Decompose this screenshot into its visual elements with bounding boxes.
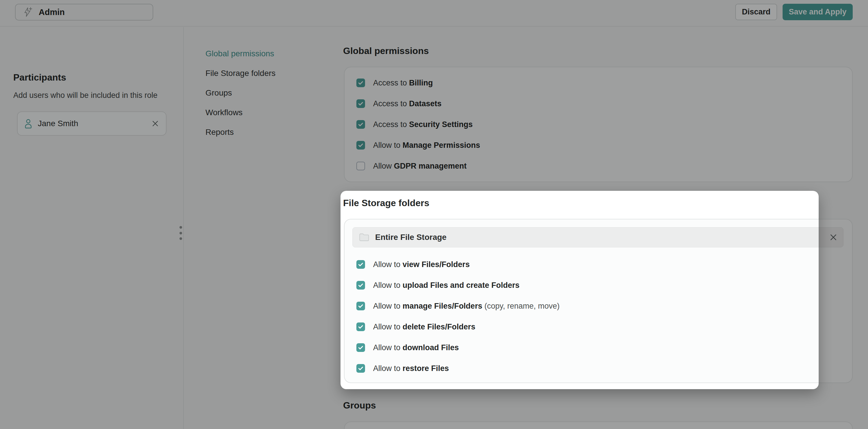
check-icon [358, 303, 364, 309]
file-storage-spotlight-card: File Storage folders Entire File Storage [341, 191, 819, 389]
checkbox-checked[interactable] [356, 364, 365, 373]
role-editor-screen: Admin Discard Save and Apply Participant… [0, 0, 868, 429]
checkbox-checked[interactable] [356, 302, 365, 310]
folder-icon [359, 233, 369, 242]
check-icon [358, 324, 364, 330]
permission-row: Allow to manage Files/Folders (copy, ren… [356, 301, 560, 311]
permission-row: Allow to download Files [356, 343, 459, 353]
file-storage-section-highlighted: File Storage folders Entire File Storage [341, 191, 819, 389]
permission-row: Allow to upload Files and create Folders [356, 280, 519, 290]
check-icon [358, 282, 364, 288]
check-icon [358, 365, 364, 372]
permission-row: Allow to view Files/Folders [356, 259, 470, 269]
storage-scope-row[interactable]: Entire File Storage [352, 227, 819, 247]
checkbox-checked[interactable] [356, 323, 365, 331]
checkbox-checked[interactable] [356, 260, 365, 269]
permission-row: Allow to restore Files [356, 364, 449, 373]
file-storage-title: File Storage folders [343, 198, 429, 209]
permission-row: Allow to delete Files/Folders [356, 322, 475, 332]
storage-scope-label: Entire File Storage [375, 233, 446, 242]
checkbox-checked[interactable] [356, 281, 365, 289]
check-icon [358, 261, 364, 268]
check-icon [358, 344, 364, 351]
checkbox-checked[interactable] [356, 343, 365, 352]
